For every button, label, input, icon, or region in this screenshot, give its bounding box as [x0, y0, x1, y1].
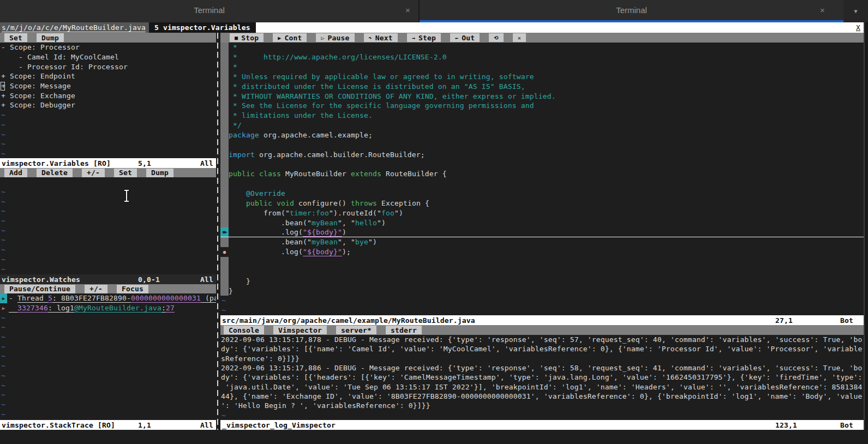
buffer-name: _vimspector_log_Vimspector — [222, 421, 336, 429]
focus-button[interactable]: Focus — [117, 285, 148, 293]
tab-menu-button[interactable]: ▼ — [843, 0, 868, 22]
tab-close-button[interactable]: X — [856, 22, 860, 33]
close-icon[interactable]: × — [405, 5, 410, 15]
set-button[interactable]: Set — [114, 169, 137, 177]
code-line: public class MyRouteBuilder extends Rout… — [220, 169, 864, 179]
stop-button[interactable]: ■Stop — [230, 33, 264, 42]
step-out-button[interactable]: ←Out — [450, 33, 480, 42]
current-thread-sign-icon: ▶ — [0, 293, 7, 303]
variables-winbar: SetDump — [0, 33, 216, 43]
terminal-tab-inactive[interactable]: Terminal × — [0, 0, 420, 22]
sign-column — [220, 237, 229, 247]
empty-line-tilde: ~ — [0, 351, 216, 361]
buffer-name: vimspector.Watches — [2, 275, 80, 284]
code-line: * WITHOUT WARRANTIES OR CONDITIONS OF AN… — [220, 91, 864, 101]
empty-line-tilde: ~ — [0, 245, 216, 255]
empty-line-tilde: ~ — [0, 380, 216, 390]
scroll-indicator: All — [200, 421, 213, 429]
tab-myroutebuilder[interactable]: s/m/j/o/a/c/e/MyRouteBuilder.java — [0, 22, 149, 33]
mouse-cursor — [124, 190, 130, 202]
code-line — [220, 266, 864, 276]
variable-tree-line[interactable]: - Scope: Processor — [0, 43, 216, 52]
add-button[interactable]: Add — [4, 169, 27, 177]
sign-column — [220, 276, 229, 286]
stack-frame-line[interactable]: ▶- Thread 5: 8B03FE27FB82890-00000000000… — [0, 293, 216, 303]
stderr-button[interactable]: stderr — [386, 326, 422, 334]
empty-line-tilde: ~ — [0, 139, 216, 149]
restart-button[interactable]: ⟲ — [489, 33, 504, 42]
variable-tree-line[interactable]: + Scope: Debugger — [0, 100, 216, 110]
empty-line-tilde: ~ — [0, 255, 216, 265]
code-line: @Override — [220, 189, 864, 199]
variable-tree-line[interactable]: + Scope: Exchange — [0, 91, 216, 100]
terminal-tab-active[interactable]: Terminal × — [420, 0, 843, 22]
breakpoint-sign-icon[interactable]: ● — [220, 247, 229, 257]
cursor-position: 5,1 — [138, 159, 151, 167]
sign-column — [220, 159, 229, 169]
sign-column — [220, 91, 229, 101]
stacktrace-winbar: Pause/Continue+/-Focus — [0, 284, 216, 293]
step-into-button[interactable]: →Step — [407, 33, 441, 42]
cursor-position: 0,0-1 — [138, 275, 160, 284]
watches-winbar: AddDelete+/-SetDump — [0, 168, 216, 177]
empty-line-tilde: ~ — [0, 149, 216, 158]
code-line: } — [220, 286, 864, 296]
sign-column — [220, 179, 229, 189]
stop-icon: ■ — [235, 35, 238, 41]
step-over-button[interactable]: ↷Next — [364, 33, 398, 42]
sign-column — [220, 81, 229, 91]
tab-vimspector-variables[interactable]: 5 vimspector.Variables — [149, 22, 256, 33]
sign-column — [220, 130, 229, 140]
delete-button[interactable]: Delete — [37, 169, 73, 177]
set-button[interactable]: Set — [4, 33, 27, 42]
stack-frame-line[interactable]: ▶ 3327346: log1@MyRouteBuilder.java:27 — [0, 303, 216, 313]
variable-tree-line[interactable]: + Scope: Message — [0, 81, 216, 91]
sign-column — [220, 169, 229, 179]
log-output-pane: 2022-09-06 13:15:17,878 - DEBUG - Messag… — [220, 335, 864, 420]
continue-icon: ▶ — [278, 35, 281, 41]
empty-line-tilde: ~ — [0, 409, 216, 419]
code-editor-pane: * * http://www.apache.org/licenses/LICEN… — [220, 43, 864, 315]
code-statusline: src/main/java/org/apache/camel/example/M… — [220, 315, 864, 325]
empty-line-tilde: ~ — [0, 332, 216, 342]
empty-line-tilde: ~ — [0, 371, 216, 381]
variable-tree-line[interactable]: - Camel Id: MyCoolCamel — [0, 52, 216, 62]
empty-line-tilde: ~ — [0, 120, 216, 130]
log-line: 'java.util.Date', 'value': 'Tue Sep 06 1… — [220, 382, 864, 391]
log-statusline: _vimspector_log_Vimspector 123,1 Bot — [220, 420, 864, 430]
log-line: dy': {'variables': [{'headers': [{'key':… — [220, 373, 864, 382]
close-button[interactable]: ✕ — [513, 33, 526, 42]
empty-line-tilde: ~ — [0, 216, 216, 226]
code-line — [220, 179, 864, 189]
vim-command-line[interactable] — [0, 430, 868, 444]
server-button[interactable]: server* — [336, 326, 376, 334]
sign-column — [220, 62, 229, 72]
dump-button[interactable]: Dump — [37, 33, 64, 42]
variable-tree-line[interactable]: + Scope: Endpoint — [0, 71, 216, 81]
close-icon[interactable]: × — [820, 5, 825, 15]
log-line: sReference': 0}]}} — [220, 354, 864, 363]
empty-line-tilde: ~ — [0, 187, 216, 197]
stacktrace-statusline: vimspector.StackTrace [RO] 1,1 All — [0, 420, 216, 430]
sign-column — [220, 52, 229, 62]
expand-collapse-button[interactable]: +/- — [82, 169, 105, 177]
continue-button[interactable]: ▶Cont — [273, 33, 307, 42]
window-separator[interactable] — [216, 33, 220, 430]
variable-tree-line[interactable]: - Processor Id: Processor — [0, 62, 216, 71]
log-line: 2022-09-06 13:15:17,886 - DEBUG - Messag… — [220, 363, 864, 373]
variables-pane: - Scope: Processor - Camel Id: MyCoolCam… — [0, 43, 216, 158]
dump-button[interactable]: Dump — [146, 169, 173, 177]
vimspector-button[interactable]: Vimspector — [273, 326, 327, 334]
expand-collapse-button[interactable]: +/- — [85, 285, 107, 293]
empty-line-tilde: ~ — [0, 390, 216, 400]
code-line — [220, 159, 864, 169]
code-line — [220, 140, 864, 149]
buffer-name: vimspector.Variables [RO] — [2, 159, 111, 167]
stacktrace-pane: ▶- Thread 5: 8B03FE27FB82890-00000000000… — [0, 293, 216, 420]
log-line: ': 'Hello Begin ? ', 'variablesReference… — [220, 401, 864, 410]
code-line — [220, 257, 864, 267]
pause-button[interactable]: ▷Pause — [316, 33, 354, 42]
scroll-indicator: Bot — [840, 316, 853, 325]
console-button[interactable]: Console — [224, 326, 264, 334]
pause-continue-button[interactable]: Pause/Continue — [4, 285, 75, 293]
